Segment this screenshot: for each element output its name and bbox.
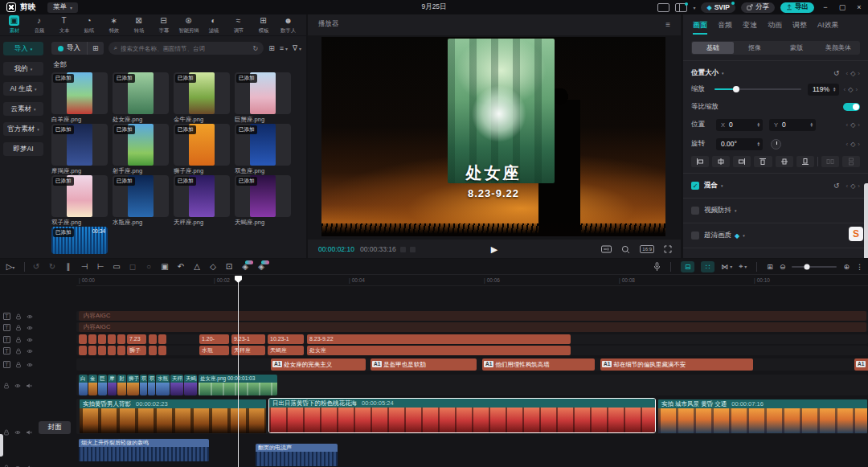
sidebar-item-cloud-assets[interactable]: 云素材▾ — [3, 102, 43, 116]
position-y-field[interactable]: Y0▲▼ — [769, 119, 816, 131]
align-top-button[interactable] — [754, 156, 772, 167]
cover-button[interactable]: 封面 — [39, 421, 71, 434]
media-item[interactable]: 已添加双鱼座.png — [235, 124, 291, 175]
video-clip-selected[interactable]: 日出日落黄昏下的粉色桃花花海00:00:05:24 — [268, 398, 656, 433]
redo-button[interactable]: ↻ — [44, 262, 60, 271]
eye-icon[interactable] — [27, 325, 33, 331]
text-clip-mini[interactable] — [149, 334, 157, 344]
import-button[interactable]: 导入 — [51, 42, 88, 55]
align-bottom-button[interactable] — [796, 156, 814, 167]
text-clip-mini[interactable] — [79, 346, 87, 355]
lock-icon[interactable] — [15, 362, 22, 368]
subtitle-track-header[interactable]: T — [3, 361, 33, 368]
tab-sticker[interactable]: ◔贴纸 — [76, 15, 101, 35]
media-item[interactable]: 已添加天蝎座.png — [235, 175, 291, 227]
text-track-header[interactable]: T — [3, 324, 33, 331]
shortcut-keys-icon[interactable] — [657, 3, 669, 12]
collapse-icon[interactable]: ▾ — [735, 208, 737, 213]
reset-icon[interactable]: ↺ — [833, 69, 840, 77]
minimize-button[interactable]: − — [820, 3, 831, 11]
align-v-center-button[interactable] — [776, 156, 793, 167]
audio-media-item[interactable]: 已添加 00:34 — [51, 227, 108, 254]
split-right-button[interactable]: ⊢ — [92, 262, 108, 271]
svip-button[interactable]: ◆ SVIP — [701, 2, 735, 13]
tab-audio-settings[interactable]: 音频 — [718, 20, 732, 35]
timeline-zoom-slider[interactable] — [792, 266, 837, 268]
smart-feature-button[interactable]: ◈ — [237, 262, 253, 271]
text-clip-aigc[interactable]: 内容AIGC — [79, 311, 866, 321]
preview-zoom-icon[interactable] — [621, 245, 630, 254]
image-clip[interactable]: 巨 — [98, 375, 107, 395]
video-clip[interactable]: 实拍 城市风景 黄昏 交通00:00:07:16 — [657, 399, 868, 434]
subtitle-clip[interactable]: A1 — [854, 358, 868, 371]
image-clip[interactable]: 双 — [148, 375, 155, 395]
menu-button[interactable]: 菜单 ▾ — [47, 2, 78, 13]
text-clip-mini[interactable] — [117, 346, 125, 355]
search-input[interactable] — [121, 45, 249, 52]
text-track-header[interactable]: T — [3, 336, 33, 343]
text-clip-name[interactable]: 狮子 — [127, 346, 146, 355]
image-clip[interactable]: 水瓶 — [156, 375, 170, 395]
media-item[interactable]: 已添加狮子座.png — [174, 124, 230, 175]
reverse-button[interactable]: ↶ — [173, 262, 189, 271]
tab-speed[interactable]: 变速 — [743, 20, 757, 35]
text-clip-date[interactable]: 8.23-9.22 — [307, 334, 571, 344]
stepper-icon[interactable]: ▲▼ — [757, 122, 760, 128]
filter-dropdown[interactable]: ∇▾ — [293, 44, 301, 52]
text-clip-mini[interactable] — [88, 346, 96, 355]
audio-clip[interactable]: 烟火上升炸裂后轻微的轰鸣 — [79, 439, 209, 461]
timeline-ruler[interactable]: 00:00 00:02 00:04 00:06 00:08 00:10 — [76, 276, 868, 286]
split-left-button[interactable]: ⊣ — [76, 262, 92, 271]
keyframe-controls[interactable]: ‹◇› — [846, 182, 861, 190]
distribute-v-button[interactable] — [842, 156, 860, 167]
keyframe-controls[interactable]: ‹◇› — [846, 141, 861, 148]
slider-handle[interactable] — [733, 86, 739, 92]
sidebar-item-import[interactable]: 导入▾ — [3, 42, 43, 55]
tab-text[interactable]: T文本 — [51, 15, 76, 35]
layout-chevron-icon[interactable]: ▾ — [693, 5, 695, 10]
position-x-field[interactable]: X0▲▼ — [716, 119, 763, 131]
scale-value-box[interactable]: 119%▲▼ — [808, 84, 839, 96]
text-clip-mini[interactable] — [108, 346, 116, 355]
tab-effects[interactable]: ∗特效 — [101, 15, 126, 35]
text-clip-mini[interactable] — [88, 334, 96, 344]
subtitle-clip[interactable]: A1他们用理性构筑高墙 — [482, 358, 595, 371]
tab-ai-effects[interactable]: AI效果 — [817, 20, 839, 35]
text-clip-date[interactable]: 9.23-1 — [231, 334, 265, 344]
eye-icon[interactable] — [14, 383, 21, 389]
play-button[interactable]: ▶ — [491, 244, 497, 255]
sidebar-item-official-assets[interactable]: 官方素材▾ — [3, 122, 43, 136]
timecode-option-icon[interactable] — [400, 247, 406, 252]
text-track-header[interactable]: T — [3, 347, 33, 354]
freeze-frame-button[interactable]: ◻ — [125, 262, 141, 271]
keyframe-controls[interactable]: ‹◇› — [844, 86, 858, 93]
stepper-icon[interactable]: ▲▼ — [810, 122, 813, 128]
image-track-header[interactable] — [3, 383, 32, 389]
align-right-button[interactable] — [733, 156, 751, 167]
rotate-button[interactable]: ◇ — [205, 262, 221, 271]
pip-button[interactable]: ▣ — [157, 262, 173, 271]
text-clip-date[interactable]: 10.23-1 — [268, 334, 304, 344]
media-item[interactable]: 已添加水瓶座.png — [113, 175, 169, 227]
text-clip-mini[interactable] — [98, 334, 106, 344]
collapse-icon[interactable]: ▾ — [743, 233, 745, 238]
link-clips-dropdown[interactable]: ⋈▾ — [721, 263, 732, 271]
text-clip-aigc[interactable]: 内容AIGC — [79, 322, 866, 332]
media-item[interactable]: 已添加金牛座.png — [174, 72, 230, 124]
sidebar-item-mine[interactable]: 我的▾ — [3, 62, 43, 76]
tab-adjustment[interactable]: 调整 — [792, 20, 807, 35]
image-clip[interactable]: 狮子 — [127, 375, 139, 395]
text-clip-mini[interactable] — [98, 346, 106, 355]
align-left-button[interactable] — [691, 156, 709, 167]
subtab-beauty[interactable]: 美颜美体 — [817, 42, 859, 54]
undo-button[interactable]: ↺ — [28, 262, 44, 271]
tab-templates[interactable]: ⊞模板 — [251, 15, 276, 35]
stepper-icon[interactable]: ▲▼ — [757, 141, 760, 147]
image-clip[interactable]: 金 — [88, 375, 97, 395]
crop-button[interactable]: ⊡ — [221, 262, 237, 271]
main-track-header[interactable] — [3, 429, 32, 436]
text-clip-name[interactable]: 天蝎座 — [268, 346, 304, 355]
eye-icon[interactable] — [27, 348, 33, 354]
collapse-icon[interactable]: ▾ — [721, 183, 723, 188]
virgo-image-layer[interactable] — [448, 39, 555, 183]
